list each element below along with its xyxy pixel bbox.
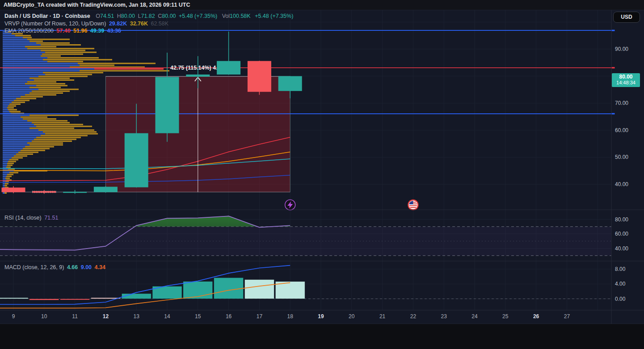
time-axis-label: 16	[226, 313, 232, 320]
time-axis-label: 14	[164, 313, 170, 320]
macd-hist-bar	[244, 279, 274, 299]
open-value: 74.51	[100, 13, 114, 19]
range-measure-label: 42.75 (115.14%) 4.	[170, 65, 218, 71]
symbol-title[interactable]: Dash / US Dollar · 1D · Coinbase	[4, 13, 90, 19]
macd-hist-bar	[214, 278, 244, 299]
candle-body	[32, 191, 56, 193]
svg-text:8.00: 8.00	[615, 266, 626, 272]
ema-label[interactable]: EMA 20/50/100/200	[4, 28, 54, 34]
svg-text:0.00: 0.00	[615, 296, 626, 302]
close-label: C	[158, 13, 162, 19]
vol-label: Vol	[222, 13, 230, 19]
vrvp-legend-row[interactable]: VRVP (Number Of Rows, 120, Up/Down) 29.8…	[4, 21, 170, 27]
ema100-value: 49.39	[90, 28, 104, 34]
time-axis-label: 17	[257, 313, 263, 320]
ema50-value: 51.96	[73, 28, 87, 34]
time-axis-label: 9	[12, 313, 15, 320]
time-axis-label: 18	[287, 313, 294, 320]
time-axis-label: 11	[72, 313, 78, 320]
macd-hist-bar	[0, 298, 28, 299]
ema20-value: 57.40	[56, 28, 70, 34]
watermark-text: AMBCrypto_TA created with TradingView.co…	[4, 2, 190, 8]
close-value: 80.00	[162, 13, 176, 19]
currency-label: USD	[621, 14, 632, 20]
macd-label[interactable]: MACD (close, 12, 26, 9)	[4, 264, 64, 270]
macd-hist-bar	[60, 299, 90, 300]
candle-body	[63, 192, 87, 193]
high-label: H	[117, 13, 121, 19]
candle-body	[2, 187, 25, 192]
time-axis-label: 27	[564, 313, 570, 320]
watermark-bar: AMBCrypto_TA created with TradingView.co…	[0, 0, 644, 10]
candle-body	[278, 76, 302, 91]
last-price-value: 80.00	[612, 74, 640, 80]
candle-body	[94, 187, 118, 192]
vrvp-label[interactable]: VRVP (Number Of Rows, 120, Up/Down)	[4, 21, 106, 27]
macd-hist-bar	[29, 299, 59, 300]
svg-text:60.00: 60.00	[615, 127, 628, 133]
time-axis[interactable]: 9101112131415161718192021222324252627	[12, 313, 570, 320]
time-axis-label: 21	[379, 313, 386, 320]
svg-text:50.00: 50.00	[615, 154, 628, 160]
svg-text:60.00: 60.00	[615, 231, 628, 237]
rsi-label[interactable]: RSI (14, close)	[4, 215, 42, 221]
candle-body	[217, 61, 240, 75]
macd-hist-bar	[122, 294, 151, 299]
currency-toggle-button[interactable]: USD	[613, 12, 640, 23]
vol-value: 100.58K	[230, 13, 251, 19]
rsi-pane[interactable]	[0, 216, 611, 256]
macd-line-value: 9.00	[81, 264, 92, 270]
candle-body	[156, 77, 179, 133]
change-value: +5.48 (+7.35%)	[179, 13, 217, 19]
lightning-icon	[285, 200, 295, 210]
svg-text:40.00: 40.00	[615, 181, 628, 187]
candle-body	[186, 75, 210, 77]
svg-text:70.00: 70.00	[615, 100, 628, 106]
pane-separators[interactable]	[0, 10, 644, 324]
high-value: 80.00	[121, 13, 135, 19]
symbol-legend-row[interactable]: Dash / US Dollar · 1D · Coinbase O74.51 …	[4, 13, 295, 19]
vol-change-value: +5.48 (+7.35%)	[255, 13, 293, 19]
chart-canvas[interactable]: 42.75 (115.14%) 4.90.0070.0060.0050.0040…	[0, 0, 644, 349]
time-axis-label: 26	[533, 313, 539, 320]
time-axis-label: 22	[410, 313, 417, 320]
time-axis-label: 23	[441, 313, 447, 320]
time-axis-label: 10	[41, 313, 47, 320]
vrvp-total-value: 62.58K	[151, 21, 168, 27]
candle-body	[248, 61, 271, 92]
time-axis-label: 20	[349, 313, 355, 320]
tradingview-chart-app: 42.75 (115.14%) 4.90.0070.0060.0050.0040…	[0, 0, 644, 349]
time-axis-label: 19	[318, 313, 324, 320]
svg-text:90.00: 90.00	[615, 46, 628, 52]
time-axis-label: 15	[195, 313, 201, 320]
time-axis-label: 13	[134, 313, 140, 320]
svg-text:40.00: 40.00	[615, 245, 628, 252]
svg-text:80.00: 80.00	[615, 216, 628, 223]
rsi-legend-row[interactable]: RSI (14, close) 71.51	[4, 215, 59, 221]
vrvp-down-value: 32.76K	[130, 21, 148, 27]
ema-legend-row[interactable]: EMA 20/50/100/200 57.40 51.96 49.39 43.3…	[4, 28, 122, 34]
rsi-value: 71.51	[44, 215, 58, 221]
candle-body	[125, 133, 148, 187]
macd-signal-value: 4.34	[95, 264, 105, 270]
bar-countdown: 14:48:34	[612, 80, 640, 86]
low-value: 71.82	[141, 13, 155, 19]
macd-pane[interactable]	[0, 266, 611, 308]
ema200-value: 43.36	[107, 28, 121, 34]
us-flag-icon	[408, 200, 418, 210]
time-axis-label: 25	[502, 313, 509, 320]
footer-bar: TradingView	[0, 324, 644, 349]
open-label: O	[96, 13, 100, 19]
vrvp-up-value: 29.82K	[109, 21, 127, 27]
time-axis-label: 12	[103, 313, 109, 320]
last-price-badge[interactable]: 80.00 14:48:34	[612, 73, 640, 87]
macd-legend-row[interactable]: MACD (close, 12, 26, 9) 4.66 9.00 4.34	[4, 264, 107, 270]
time-axis-label: 24	[471, 313, 478, 320]
macd-hist-value: 4.66	[67, 264, 78, 270]
svg-text:4.00: 4.00	[615, 281, 626, 287]
